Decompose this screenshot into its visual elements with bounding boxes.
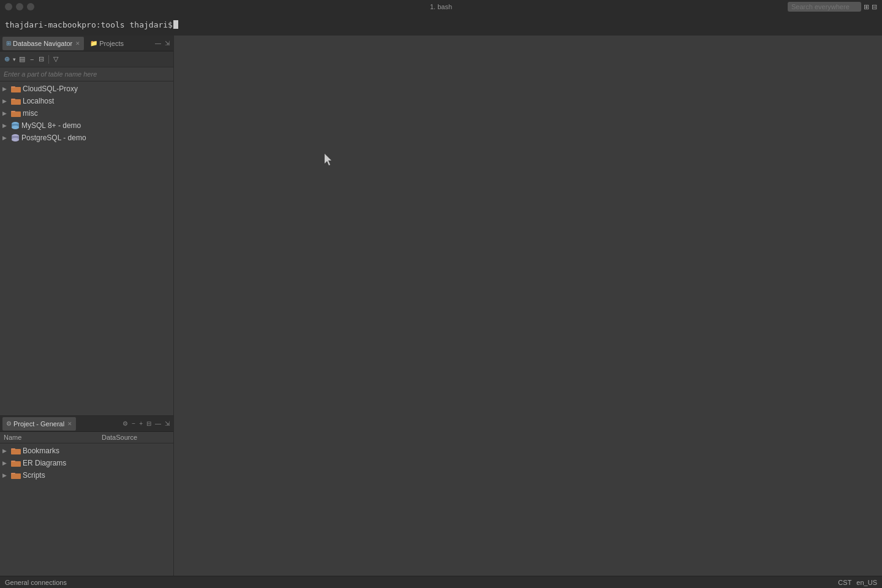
bottom-panel-collapse-icon[interactable]: — (154, 420, 162, 428)
toolbar-sep-1 (48, 55, 49, 64)
top-panel-toolbar: ⊕ ▾ ▤ − ⊟ ▽ (0, 51, 173, 67)
database-navigator-panel: ⊞ Database Navigator ✕ 📁 Projects — ⇲ ⊕ … (0, 36, 173, 415)
svg-rect-5 (11, 111, 15, 112)
tab-database-navigator-close[interactable]: ✕ (75, 40, 80, 47)
global-search-input[interactable] (788, 2, 861, 12)
bottom-panel-columns: Name DataSource (0, 432, 173, 443)
projects-icon: 📁 (90, 40, 97, 47)
maximize-button[interactable] (27, 3, 34, 10)
scripts-label: Scripts (23, 471, 45, 480)
window-controls (0, 3, 34, 10)
main-layout: ⊞ Database Navigator ✕ 📁 Projects — ⇲ ⊕ … (0, 36, 882, 576)
misc-arrow: ▶ (2, 110, 11, 116)
project-gear-icon: ⚙ (6, 420, 12, 427)
properties-button[interactable]: ⊟ (37, 54, 46, 64)
minimize-button[interactable] (16, 3, 23, 10)
bottom-panel-props-icon[interactable]: ⊟ (145, 420, 153, 428)
cloudsql-arrow: ▶ (2, 86, 11, 92)
col-header-datasource: DataSource (102, 434, 170, 441)
tree-item-misc[interactable]: ▶ misc (0, 107, 173, 119)
new-connection-button[interactable]: ⊕ (2, 54, 12, 64)
bottom-panel-gear-icon[interactable]: ⚙ (121, 420, 129, 428)
top-panel-collapse-icon[interactable]: — (154, 39, 162, 47)
bookmarks-label: Bookmarks (23, 447, 59, 455)
misc-folder-icon (11, 110, 21, 117)
status-connections-text: General connections (5, 579, 838, 586)
tree-item-localhost[interactable]: ▶ Localhost (0, 95, 173, 107)
svg-rect-16 (11, 473, 21, 479)
window-title: 1. bash (430, 3, 452, 10)
tab-projects[interactable]: 📁 Projects (86, 37, 127, 50)
localhost-arrow: ▶ (2, 98, 11, 104)
svg-rect-15 (11, 461, 15, 462)
group-button[interactable]: ▤ (17, 54, 27, 64)
mysql-arrow: ▶ (2, 123, 11, 129)
er-diagrams-folder-icon (11, 459, 21, 467)
tab-project-general[interactable]: ⚙ Project - General ✕ (2, 417, 76, 431)
top-panel-search (0, 67, 173, 81)
tree-item-postgresql[interactable]: ▶ PostgreSQL - demo (0, 132, 173, 144)
title-bar: 1. bash ⊞ ⊟ (0, 0, 882, 13)
tab-projects-label: Projects (99, 40, 124, 47)
cloudsql-folder-icon (11, 85, 21, 92)
tree-item-scripts[interactable]: ▶ Scripts (0, 469, 173, 481)
postgresql-arrow: ▶ (2, 135, 11, 141)
col-header-name: Name (4, 434, 102, 441)
filter-button[interactable]: ▽ (51, 54, 60, 64)
svg-point-11 (12, 138, 19, 141)
status-right: CST en_US (838, 579, 877, 586)
title-bar-actions: ⊞ ⊟ (788, 2, 882, 12)
minus-button[interactable]: − (28, 55, 36, 64)
tree-item-er-diagrams[interactable]: ▶ ER Diagrams (0, 457, 173, 469)
tree-item-mysql[interactable]: ▶ MySQL 8+ - demo (0, 119, 173, 132)
svg-rect-13 (11, 448, 15, 450)
misc-label: misc (23, 109, 38, 118)
terminal-area[interactable]: thajdari-macbookpro:tools thajdari$ (0, 13, 882, 36)
db-navigator-icon: ⊞ (6, 40, 11, 47)
postgresql-label: PostgreSQL - demo (21, 134, 86, 142)
bottom-panel-minus-icon[interactable]: − (130, 420, 137, 428)
status-locale: en_US (856, 579, 877, 586)
bottom-panel-window-icon[interactable]: ⇲ (164, 420, 171, 428)
split-icon[interactable]: ⊟ (872, 3, 877, 11)
left-panel: ⊞ Database Navigator ✕ 📁 Projects — ⇲ ⊕ … (0, 36, 174, 576)
top-panel-tab-bar: ⊞ Database Navigator ✕ 📁 Projects — ⇲ (0, 36, 173, 51)
localhost-label: Localhost (23, 97, 54, 105)
bookmarks-folder-icon (11, 447, 21, 454)
terminal-cursor (173, 20, 178, 29)
project-general-panel: ⚙ Project - General ✕ ⚙ − + ⊟ — ⇲ Name D… (0, 415, 173, 483)
cursor-position (325, 154, 333, 168)
svg-marker-18 (325, 154, 331, 165)
layout-icon[interactable]: ⊞ (864, 3, 869, 11)
tree-item-bookmarks[interactable]: ▶ Bookmarks (0, 445, 173, 457)
tab-project-general-close[interactable]: ✕ (67, 421, 72, 427)
terminal-prompt: thajdari-macbookpro:tools thajdari$ (5, 20, 173, 29)
svg-rect-12 (11, 449, 21, 454)
table-search-input[interactable] (4, 70, 170, 78)
database-tree: ▶ CloudSQL-Proxy ▶ (0, 81, 173, 415)
tab-database-navigator[interactable]: ⊞ Database Navigator ✕ (2, 37, 84, 50)
top-panel-expand-icon[interactable]: ⇲ (164, 39, 171, 47)
er-diagrams-label: ER Diagrams (23, 459, 66, 467)
bottom-panel-plus-icon[interactable]: + (138, 420, 144, 428)
close-button[interactable] (5, 3, 12, 10)
status-bar: General connections CST en_US (0, 576, 882, 588)
svg-point-8 (12, 126, 19, 129)
new-connection-dropdown[interactable]: ▾ (13, 56, 16, 62)
mysql-db-icon (11, 121, 20, 130)
svg-rect-0 (11, 87, 21, 92)
svg-rect-2 (11, 99, 21, 105)
svg-rect-4 (11, 111, 21, 117)
tree-item-cloudsql[interactable]: ▶ CloudSQL-Proxy (0, 83, 173, 95)
scripts-folder-icon (11, 472, 21, 479)
project-general-tree: ▶ Bookmarks ▶ (0, 443, 173, 483)
svg-rect-17 (11, 473, 15, 474)
top-panel-actions: — ⇲ (154, 39, 171, 47)
tab-database-navigator-label: Database Navigator (13, 40, 72, 47)
scripts-arrow: ▶ (2, 472, 11, 478)
localhost-folder-icon (11, 97, 21, 105)
status-cst: CST (838, 579, 851, 586)
tab-project-general-label: Project - General (13, 420, 64, 428)
mysql-label: MySQL 8+ - demo (21, 121, 81, 130)
bottom-panel-actions: ⚙ − + ⊟ — ⇲ (121, 420, 171, 428)
